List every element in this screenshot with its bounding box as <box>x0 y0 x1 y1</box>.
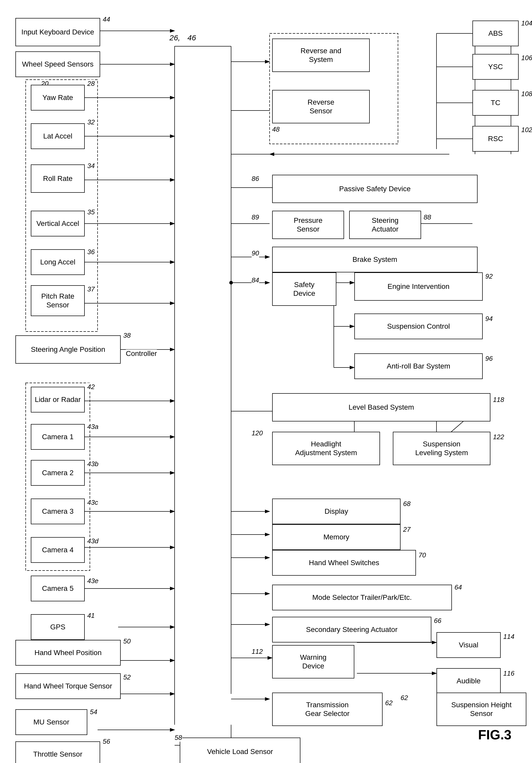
label-48: 48 <box>272 125 280 133</box>
label-38: 38 <box>123 332 131 340</box>
label-108: 108 <box>521 90 532 98</box>
input-keyboard-box: Input Keyboard Device <box>15 18 100 46</box>
camera4-box: Camera 4 <box>31 537 85 563</box>
hand-wheel-switches-box: Hand Wheel Switches <box>272 550 416 576</box>
label-52: 52 <box>123 673 131 681</box>
label-112: 112 <box>252 648 263 656</box>
camera2-box: Camera 2 <box>31 460 85 486</box>
audible-box: Audible <box>436 668 501 694</box>
label-86: 86 <box>252 175 259 183</box>
mu-sensor-box: MU Sensor <box>15 709 87 735</box>
hand-wheel-torque-box: Hand Wheel Torque Sensor <box>15 673 121 699</box>
label-43c: 43c <box>87 498 98 506</box>
label-43d: 43d <box>87 537 98 545</box>
camera5-box: Camera 5 <box>31 576 85 601</box>
label-118: 118 <box>493 396 504 404</box>
camera3-box: Camera 3 <box>31 498 85 524</box>
safety-device-box: Safety Device <box>272 272 336 306</box>
label-43a: 43a <box>87 423 98 431</box>
label-102: 102 <box>521 126 532 134</box>
label-58: 58 <box>175 734 182 742</box>
wheel-speed-box: Wheel Speed Sensors <box>15 52 100 77</box>
visual-box: Visual <box>436 632 501 658</box>
label-94: 94 <box>485 315 493 323</box>
reverse-aid-box: Reverse and System <box>272 39 370 72</box>
reverse-sensor-box: Reverse Sensor <box>272 90 370 123</box>
label-34: 34 <box>87 162 95 170</box>
label-42: 42 <box>87 383 95 391</box>
label-90: 90 <box>252 249 259 257</box>
label-114: 114 <box>503 633 514 641</box>
memory-box: Memory <box>272 524 400 550</box>
label-92: 92 <box>485 272 493 280</box>
steering-actuator-box: Steering Actuator <box>349 211 421 239</box>
label-43b: 43b <box>87 460 98 468</box>
label-46: 46 <box>187 34 196 42</box>
throttle-sensor-box: Throttle Sensor <box>15 741 100 763</box>
ysc-box: YSC <box>473 54 519 80</box>
steering-angle-box: Steering Angle Position <box>15 335 121 364</box>
lidar-box: Lidar or Radar <box>31 387 85 412</box>
label-62: 62 <box>385 699 393 707</box>
label-70: 70 <box>418 551 426 559</box>
suspension-height-box: Suspension Height Sensor <box>436 693 526 726</box>
label-43e: 43e <box>87 577 98 585</box>
label-41: 41 <box>87 612 95 619</box>
pressure-sensor-box: Pressure Sensor <box>272 211 344 239</box>
label-64: 64 <box>455 583 462 591</box>
pitch-rate-box: Pitch Rate Sensor <box>31 285 85 316</box>
roll-rate-box: Roll Rate <box>31 164 85 193</box>
label-32: 32 <box>87 118 95 126</box>
gps-box: GPS <box>31 614 85 640</box>
camera1-box: Camera 1 <box>31 424 85 450</box>
label-37: 37 <box>87 285 95 293</box>
label-60: 62 <box>400 694 408 702</box>
label-116: 116 <box>503 670 514 677</box>
headlight-adj-box: Headlight Adjustment System <box>272 432 380 465</box>
engine-intervention-box: Engine Intervention <box>354 272 483 301</box>
label-88: 88 <box>424 213 431 221</box>
fig-label: FIG.3 <box>478 727 511 742</box>
svg-point-65 <box>229 281 233 284</box>
suspension-control-box: Suspension Control <box>354 313 483 339</box>
tc-box: TC <box>473 90 519 116</box>
label-44: 44 <box>103 15 110 23</box>
rsc-box: RSC <box>473 126 519 152</box>
label-26: 26, <box>169 34 180 42</box>
label-27: 27 <box>403 525 410 533</box>
vehicle-load-box: Vehicle Load Sensor <box>180 737 301 763</box>
label-28: 28 <box>87 80 95 88</box>
hand-wheel-pos-box: Hand Wheel Position <box>15 640 121 666</box>
abs-box: ABS <box>473 21 519 46</box>
label-96: 96 <box>485 355 493 363</box>
level-based-box: Level Based System <box>272 393 490 421</box>
diagram: Input Keyboard Device 44 Wheel Speed Sen… <box>0 0 532 763</box>
lat-accel-box: Lat Accel <box>31 123 85 149</box>
secondary-steering-box: Secondary Steering Actuator <box>272 617 431 642</box>
passive-safety-box: Passive Safety Device <box>272 175 478 203</box>
label-106: 106 <box>521 54 532 62</box>
label-89: 89 <box>252 213 259 221</box>
yaw-rate-box: Yaw Rate <box>31 85 85 111</box>
brake-system-box: Brake System <box>272 247 478 272</box>
label-122: 122 <box>493 433 504 441</box>
mode-selector-box: Mode Selector Trailer/Park/Etc. <box>272 585 452 610</box>
long-accel-box: Long Accel <box>31 249 85 275</box>
label-84: 84 <box>252 276 259 284</box>
label-66: 66 <box>434 617 441 625</box>
label-35: 35 <box>87 208 95 216</box>
label-56: 56 <box>103 737 110 745</box>
display-box: Display <box>272 498 400 524</box>
label-54: 54 <box>90 708 97 716</box>
anti-roll-box: Anti-roll Bar System <box>354 353 483 379</box>
label-controller: Controller <box>126 350 157 358</box>
transmission-box: Transmission Gear Selector <box>272 693 383 726</box>
label-68: 68 <box>403 500 410 508</box>
suspension-leveling-box: Suspension Leveling System <box>393 432 490 465</box>
warning-device-box: Warning Device <box>272 645 354 679</box>
label-104: 104 <box>521 19 532 27</box>
label-50: 50 <box>123 637 131 645</box>
label-36: 36 <box>87 248 95 256</box>
vertical-accel-box: Vertical Accel <box>31 211 85 236</box>
label-120: 120 <box>252 429 263 437</box>
